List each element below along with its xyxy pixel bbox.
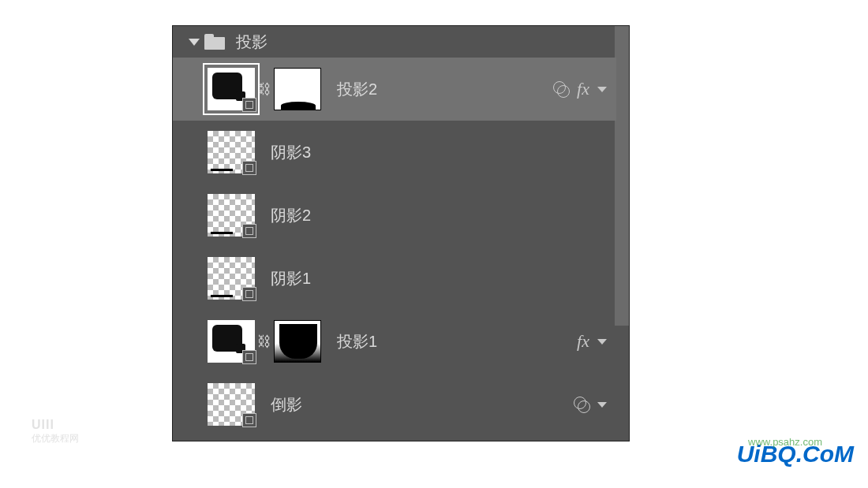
layer-name[interactable]: 倒影 (271, 394, 616, 415)
group-name: 投影 (236, 32, 268, 53)
watermark-logo: UIII (32, 418, 79, 432)
chevron-down-icon[interactable] (597, 339, 607, 345)
smart-object-icon (242, 350, 256, 364)
layer-row[interactable]: 阴影2 (173, 184, 616, 247)
link-icon[interactable]: ⛓ (255, 81, 274, 98)
chevron-down-icon[interactable] (189, 39, 200, 46)
layer-thumbnail[interactable] (208, 383, 255, 426)
smart-object-icon (242, 161, 256, 175)
smart-object-icon (242, 287, 256, 301)
watermark-small: www.psahz.com (748, 436, 822, 448)
layer-thumbnail[interactable] (208, 194, 255, 237)
scrollbar-thumb[interactable] (615, 26, 629, 326)
layer-row[interactable]: ⛓ 投影1 fx (173, 310, 616, 373)
layer-row[interactable]: 倒影 (173, 373, 616, 436)
smart-object-icon (242, 413, 256, 427)
chevron-down-icon[interactable] (597, 87, 607, 92)
layer-row[interactable]: 阴影1 (173, 247, 616, 310)
layer-row[interactable]: ⛓ 投影2 fx (173, 58, 616, 121)
layer-thumbnail[interactable] (208, 131, 255, 173)
layer-thumbnail[interactable] (208, 320, 255, 363)
layer-mask-thumbnail[interactable] (274, 68, 321, 110)
watermark-left: UIII 优优教程网 (32, 418, 79, 445)
watermark-right: www.psahz.com UiBQ.CoM (737, 441, 854, 468)
layers-list: 投影 ⛓ 投影2 fx 阴影3 (173, 26, 616, 441)
blend-mode-icon[interactable] (574, 397, 589, 412)
layer-name[interactable]: 投影1 (337, 331, 616, 352)
smart-object-icon (242, 98, 256, 112)
layer-name[interactable]: 阴影2 (271, 205, 616, 226)
watermark-text: 优优教程网 (32, 432, 79, 445)
layer-row[interactable]: 阴影3 (173, 121, 616, 184)
folder-icon (204, 34, 225, 50)
link-icon[interactable]: ⛓ (255, 333, 274, 350)
layer-name[interactable]: 阴影3 (271, 142, 616, 163)
blend-mode-icon[interactable] (553, 81, 569, 97)
layer-thumbnail[interactable] (208, 257, 255, 300)
fx-icon[interactable]: fx (577, 331, 589, 352)
layer-name[interactable]: 阴影1 (271, 268, 616, 289)
scrollbar-track[interactable] (615, 26, 629, 441)
layer-mask-thumbnail[interactable] (274, 320, 321, 363)
chevron-down-icon[interactable] (597, 402, 607, 408)
smart-object-icon (242, 224, 256, 238)
layer-thumbnail[interactable] (208, 68, 255, 110)
layer-group-header[interactable]: 投影 (173, 26, 616, 58)
layers-panel: 投影 ⛓ 投影2 fx 阴影3 (172, 25, 630, 441)
fx-icon[interactable]: fx (577, 79, 589, 99)
